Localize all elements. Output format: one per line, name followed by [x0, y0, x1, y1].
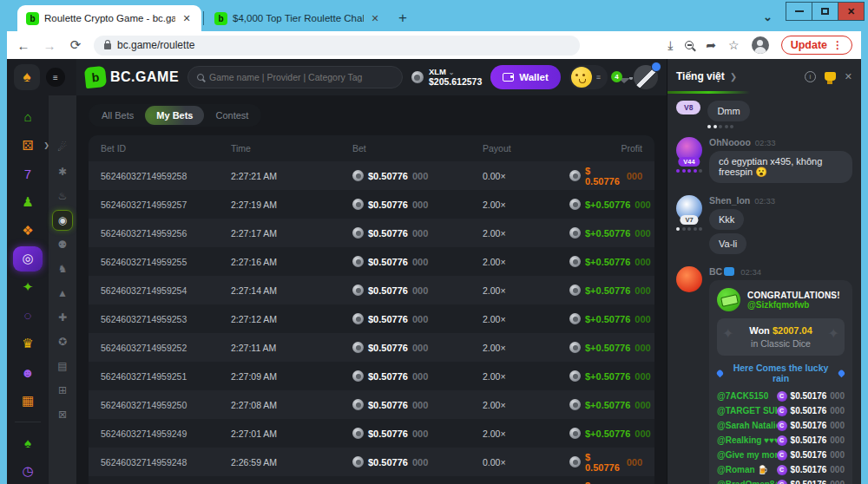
coinflip-icon[interactable]: ⚉: [52, 234, 73, 255]
tab-close-icon[interactable]: ✕: [369, 13, 381, 24]
avatar[interactable]: [676, 266, 702, 292]
zoom-icon[interactable]: [685, 41, 694, 49]
recipient-username[interactable]: @TARGET SULT...: [717, 406, 777, 415]
bet-cell: $0.50776000: [352, 399, 483, 410]
search-input[interactable]: [209, 72, 393, 82]
share-icon[interactable]: ➦: [706, 38, 716, 52]
fairness-spade-icon[interactable]: ♠: [13, 430, 43, 456]
bet-id-cell: 56246032714959253: [101, 314, 231, 324]
xlm-coin-icon: [411, 71, 424, 83]
limbo-icon[interactable]: ▲: [52, 283, 73, 304]
chevron-right-icon[interactable]: ❯: [730, 72, 737, 82]
tab-title: $4,000 Top Tier Roulette Challen: [233, 13, 364, 23]
hash-dice-icon[interactable]: ♨: [52, 186, 73, 206]
mines-icon[interactable]: ✚: [52, 307, 73, 328]
payout-cell: 2.00×: [483, 400, 569, 410]
rain-recipient-row: @Realking ♥♥♥C$0.50176000: [717, 433, 845, 448]
recipient-username[interactable]: @BradOmen84: [717, 480, 777, 484]
widgets-icon[interactable]: ▦: [13, 388, 43, 414]
degen-target-icon[interactable]: ◎: [13, 246, 43, 272]
slots-seven-icon[interactable]: 7: [13, 160, 43, 186]
bonus-ring-icon[interactable]: ◌: [13, 303, 43, 329]
wheel-icon[interactable]: ✪: [52, 331, 73, 352]
vip-crown-icon[interactable]: ♛: [13, 331, 43, 357]
bcgame-logo-text: BC.GAME: [110, 69, 179, 85]
username[interactable]: BC02:34: [709, 266, 852, 277]
lucky-rain-card: CONGRATULATIONS! @Sizkfqmofwb ✦ ✦ Won $2…: [709, 280, 852, 484]
avatar[interactable]: V44: [676, 137, 702, 163]
maximize-button[interactable]: [812, 2, 838, 21]
tower-icon[interactable]: ▤: [52, 356, 73, 376]
browser-menu-icon[interactable]: ⋮: [832, 39, 843, 51]
username[interactable]: OhNoooo02:33: [709, 137, 852, 147]
tab-all-bets[interactable]: All Bets: [90, 106, 145, 125]
avatar[interactable]: V7: [676, 195, 702, 221]
home-icon[interactable]: ⌂: [13, 104, 43, 130]
balance-selector[interactable]: XLM ⌄ $205.612573: [411, 68, 482, 87]
sidebar-menu-icon[interactable]: ≡: [46, 68, 65, 87]
bcgame-app: ♠ ≡ ⌂⚄❯7♟❖◎✦◌♛☻▦♠◷ ☄✱♨◉⚉♞▲✚✪▤⊞⊠ b BC.GAM…: [7, 59, 861, 484]
profit-amount: $+0.50776: [585, 428, 630, 439]
wallet-button[interactable]: Wallet: [490, 65, 560, 89]
bet-cell: $0.50776000: [352, 456, 483, 468]
bookmark-star-icon[interactable]: ☆: [728, 38, 740, 52]
profit-cell: $ 0.50776000: [569, 166, 642, 186]
recipient-username[interactable]: @Realking ♥♥♥: [717, 435, 777, 445]
username[interactable]: Shen_lon02:33: [709, 195, 852, 206]
live-casino-icon[interactable]: ♟: [13, 189, 43, 215]
update-button[interactable]: Update ⋮: [781, 36, 852, 55]
trophy-icon[interactable]: [825, 72, 836, 81]
tab-contest[interactable]: Contest: [204, 106, 260, 125]
lottery-ticket-icon[interactable]: ✦: [13, 274, 43, 300]
promotions-ticket-icon[interactable]: ❖: [13, 218, 43, 244]
user-avatar[interactable]: [634, 65, 658, 89]
browser-tab-inactive[interactable]: b $4,000 Top Tier Roulette Challen ✕: [206, 5, 390, 31]
minimize-button[interactable]: [786, 2, 812, 21]
tab-my-bets[interactable]: My Bets: [145, 106, 204, 125]
time-cell: 2:27:12 AM: [231, 314, 352, 324]
chat-close-icon[interactable]: ✕: [845, 71, 852, 82]
recipient-username[interactable]: @Give my mon...: [717, 450, 777, 460]
tab-search-chevron-icon[interactable]: ⌄: [763, 10, 773, 23]
winner-username[interactable]: @Sizkfqmofwb: [747, 300, 840, 310]
chat-rules-icon[interactable]: i: [805, 71, 816, 82]
payout-cell: 2.00×: [483, 228, 569, 239]
url-bar[interactable]: bc.game/roulette: [94, 36, 580, 56]
game-search[interactable]: [187, 66, 403, 88]
roulette-icon[interactable]: ◉: [52, 210, 73, 231]
tab-close-icon[interactable]: ✕: [181, 13, 193, 24]
profit-cell: $+0.50776000: [569, 285, 651, 296]
recent-clock-icon[interactable]: ◷: [13, 458, 43, 484]
bets-table: Bet ID Time Bet Payout Profit 5624603271…: [89, 135, 654, 484]
message-time: 02:33: [754, 196, 775, 206]
browser-tab-active[interactable]: b Roulette Crypto Game - bc.game ✕: [17, 5, 201, 31]
casino-dice-icon[interactable]: ⚄❯: [13, 133, 43, 159]
locked-game-icon[interactable]: ⊠: [52, 404, 73, 425]
save-page-icon[interactable]: ⤓: [667, 38, 673, 53]
table-header: Bet ID Time Bet Payout Profit: [89, 135, 654, 161]
plinko-icon[interactable]: ✱: [52, 161, 73, 182]
keno-icon[interactable]: ♞: [52, 258, 73, 279]
recipient-username[interactable]: @7ACK5150: [717, 391, 768, 401]
recipient-username[interactable]: @Roman 🍺: [717, 465, 768, 474]
new-tab-button[interactable]: +: [398, 10, 407, 27]
crash-comet-icon[interactable]: ☄: [52, 137, 73, 158]
forward-icon[interactable]: →: [42, 38, 57, 53]
bcgame-logo[interactable]: b BC.GAME: [85, 67, 179, 88]
bet-cell: $0.50776000: [352, 199, 483, 210]
refer-friends-icon[interactable]: ☻: [13, 359, 43, 385]
profit-amount: $ 0.50776: [585, 452, 622, 473]
bcgame-favicon: b: [214, 12, 227, 25]
profit-amount: $+0.50776: [585, 228, 630, 239]
close-button[interactable]: ✕: [838, 2, 865, 21]
recipient-username[interactable]: @Sarah Natalie...: [717, 421, 777, 430]
quest-widget[interactable]: ≡: [569, 65, 608, 89]
casino-spade-icon[interactable]: ♠: [14, 64, 40, 90]
reload-icon[interactable]: ⟳: [68, 37, 83, 53]
chat-language-label[interactable]: Tiếng việt: [676, 70, 725, 82]
back-icon[interactable]: ←: [16, 38, 31, 53]
video-poker-icon[interactable]: ⊞: [52, 380, 73, 401]
toolbar-actions: ⤓ ➦ ☆ Update ⋮: [667, 36, 852, 55]
quest-list-icon: ≡: [596, 74, 601, 82]
profile-avatar[interactable]: [752, 36, 769, 54]
